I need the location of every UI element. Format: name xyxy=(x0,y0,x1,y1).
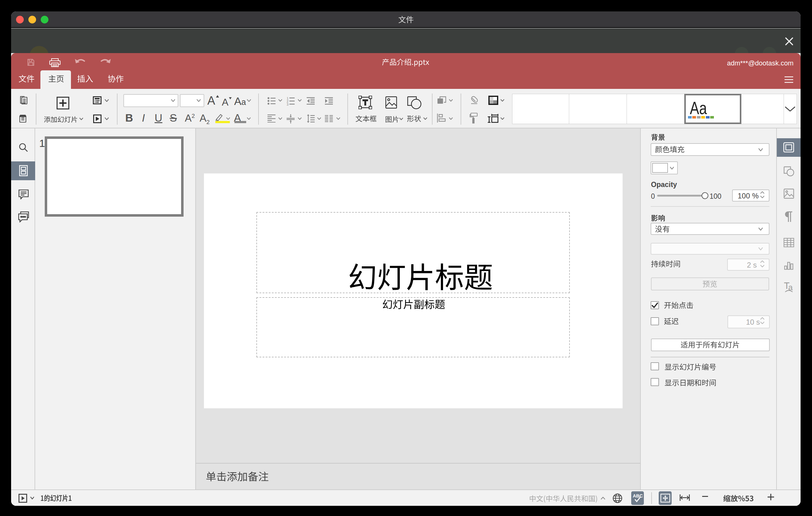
svg-text:3: 3 xyxy=(287,103,288,106)
svg-text:ABC: ABC xyxy=(633,493,643,499)
